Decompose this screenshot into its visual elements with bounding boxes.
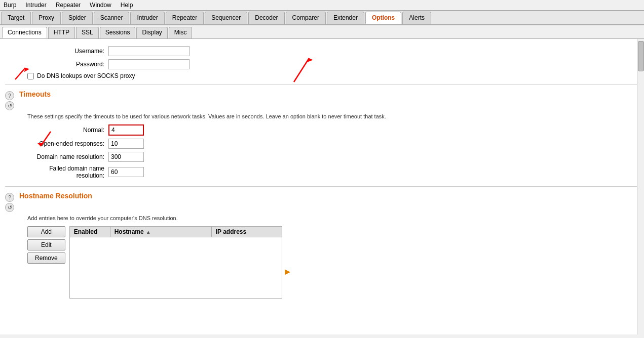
menu-intruder[interactable]: Intruder	[24, 1, 48, 9]
dns-checkbox-row: Do DNS lookups over SOCKS proxy	[27, 72, 639, 79]
table-body	[70, 237, 282, 298]
sub-tab-ssl[interactable]: SSL	[76, 27, 99, 38]
tab-decoder[interactable]: Decoder	[248, 12, 284, 24]
open-ended-label: Open-ended responses:	[27, 140, 108, 147]
menu-help[interactable]: Help	[119, 1, 135, 9]
edit-button[interactable]: Edit	[27, 239, 65, 250]
svg-line-0	[15, 68, 25, 79]
username-row: Username:	[27, 46, 639, 56]
hostname-reload-icon[interactable]: ↺	[5, 203, 14, 212]
open-ended-row: Open-ended responses:	[27, 139, 639, 149]
failed-domain-input[interactable]	[108, 167, 144, 177]
open-ended-input[interactable]	[108, 139, 144, 149]
tab-comparer[interactable]: Comparer	[286, 12, 326, 24]
tab-intruder[interactable]: Intruder	[130, 12, 164, 24]
normal-label: Normal:	[27, 126, 108, 134]
domain-row: Domain name resolution:	[27, 152, 639, 162]
sub-tab-display[interactable]: Display	[136, 27, 167, 38]
tab-options[interactable]: Options	[365, 12, 401, 24]
tab-target[interactable]: Target	[1, 12, 31, 24]
tab-repeater[interactable]: Repeater	[166, 12, 204, 24]
hostname-col-label: Hostname	[115, 228, 144, 235]
hostname-title: Hostname Resolution	[19, 192, 92, 200]
menu-burp[interactable]: Burp	[2, 1, 18, 9]
col-header-hostname[interactable]: Hostname ▲	[110, 227, 212, 237]
dns-label: Do DNS lookups over SOCKS proxy	[37, 72, 135, 79]
remove-button[interactable]: Remove	[27, 252, 65, 264]
sub-tab-misc[interactable]: Misc	[169, 27, 193, 38]
tab-extender[interactable]: Extender	[327, 12, 364, 24]
timeouts-icons: ? ↺	[5, 91, 14, 110]
sub-tab-bar: Connections HTTP SSL Sessions Display Mi…	[0, 25, 644, 39]
username-label: Username:	[27, 48, 108, 55]
main-tab-bar: Target Proxy Spider Scanner Intruder Rep…	[0, 11, 644, 25]
orange-arrow-icon: ►	[283, 267, 292, 277]
menu-window[interactable]: Window	[88, 1, 113, 9]
menu-bar: Burp Intruder Repeater Window Help	[0, 0, 644, 11]
failed-domain-label: Failed domain name resolution:	[27, 165, 108, 179]
hostname-table: Enabled Hostname ▲ IP address	[69, 226, 282, 299]
normal-input[interactable]	[108, 124, 144, 136]
tab-alerts[interactable]: Alerts	[402, 12, 431, 24]
timeouts-description: These settings specify the timeouts to b…	[27, 113, 639, 119]
tab-sequencer[interactable]: Sequencer	[205, 12, 247, 24]
sort-arrow-icon: ▲	[146, 229, 151, 235]
tab-spider[interactable]: Spider	[62, 12, 93, 24]
tab-scanner[interactable]: Scanner	[94, 12, 130, 24]
col-header-ip: IP address	[212, 227, 282, 237]
add-button[interactable]: Add	[27, 226, 65, 237]
table-header: Enabled Hostname ▲ IP address	[70, 227, 282, 237]
hostname-icons: ? ↺	[5, 193, 14, 212]
hostname-area: Add Edit Remove Enabled Hostname ▲ IP ad…	[27, 226, 639, 299]
dns-checkbox[interactable]	[27, 73, 34, 79]
hostname-description: Add entries here to override your comput…	[27, 215, 639, 221]
domain-label: Domain name resolution:	[27, 153, 108, 160]
hostname-section: ? ↺ Hostname Resolution Add entries here…	[5, 192, 639, 299]
hostname-help-icon[interactable]: ?	[5, 193, 14, 202]
password-input[interactable]	[108, 59, 190, 69]
sub-tab-sessions[interactable]: Sessions	[100, 27, 136, 38]
hostname-btn-group: Add Edit Remove	[27, 226, 65, 264]
content-area: Username: Password: Do DNS lookups over …	[0, 39, 644, 334]
scrollbar[interactable]	[637, 39, 644, 334]
sub-tab-http[interactable]: HTTP	[48, 27, 75, 38]
timeouts-section: ? ↺ Timeouts These settings specify the …	[5, 90, 639, 179]
normal-timeout-row: Normal:	[27, 124, 639, 136]
password-row: Password:	[27, 59, 639, 69]
tab-proxy[interactable]: Proxy	[32, 12, 61, 24]
password-label: Password:	[27, 61, 108, 68]
domain-input[interactable]	[108, 152, 144, 162]
timeouts-title: Timeouts	[19, 90, 51, 98]
col-header-enabled: Enabled	[70, 227, 110, 237]
sub-tab-connections[interactable]: Connections	[2, 27, 47, 38]
failed-domain-row: Failed domain name resolution:	[27, 165, 639, 179]
menu-repeater[interactable]: Repeater	[54, 1, 82, 9]
timeouts-help-icon[interactable]: ?	[5, 91, 14, 100]
scrollbar-thumb[interactable]	[638, 41, 644, 71]
username-input[interactable]	[108, 46, 190, 56]
timeouts-reload-icon[interactable]: ↺	[5, 101, 14, 110]
